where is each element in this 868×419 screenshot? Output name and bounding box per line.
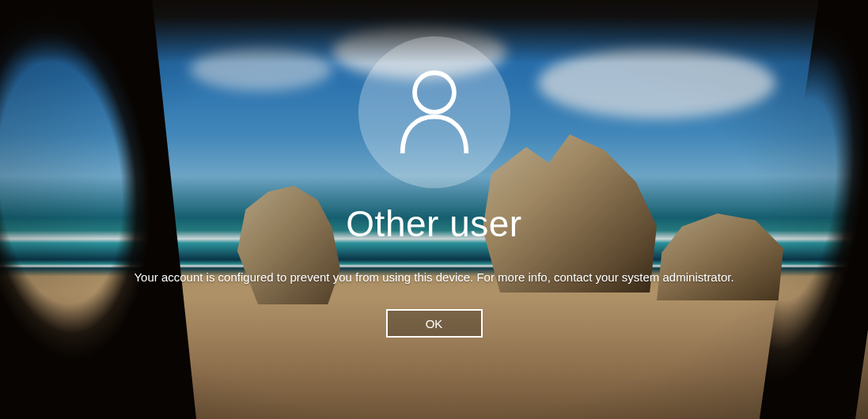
user-display-name: Other user xyxy=(346,206,521,242)
login-message-panel: Other user Your account is configured to… xyxy=(0,0,868,419)
user-outline-icon xyxy=(396,68,472,157)
user-avatar xyxy=(358,36,510,188)
ok-button[interactable]: OK xyxy=(386,309,483,338)
login-error-message: Your account is configured to prevent yo… xyxy=(134,270,733,284)
svg-point-0 xyxy=(415,73,454,112)
